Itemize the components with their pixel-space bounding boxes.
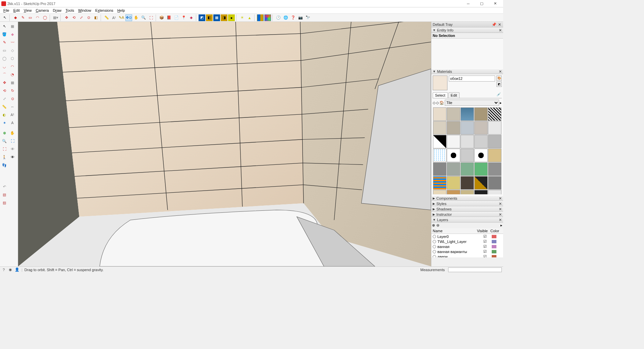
material-swatch[interactable] (488, 149, 501, 162)
layer-radio[interactable] (433, 235, 436, 238)
help-icon[interactable]: ❓ (290, 14, 297, 21)
view4-icon[interactable]: ◨ (221, 14, 227, 21)
rect-tool-icon[interactable]: ▭ (27, 14, 34, 21)
material-swatch[interactable] (433, 190, 446, 194)
menu-file[interactable]: File (1, 8, 11, 13)
material-swatch[interactable] (488, 190, 501, 194)
panel-entity-info[interactable]: ▼ Entity Info ✕ (431, 28, 503, 33)
layer-color-swatch[interactable] (492, 235, 496, 238)
3dtext-icon[interactable]: A (9, 119, 16, 127)
eyedropper-icon[interactable]: 💉 (496, 92, 502, 98)
material-swatch[interactable] (433, 149, 446, 162)
library-menu-icon[interactable]: ▸ (500, 101, 502, 105)
material-swatch[interactable] (474, 121, 488, 135)
undo-icon[interactable]: ↶ (1, 183, 8, 190)
layer-color-swatch[interactable] (492, 245, 496, 248)
lookaround-icon[interactable]: 👁 (9, 153, 16, 161)
pushpull-icon[interactable]: ▦▾ (52, 14, 59, 21)
tab-edit[interactable]: Edit (448, 92, 460, 98)
home-icon[interactable]: 🏠 (439, 101, 444, 105)
remove-layer-icon[interactable]: ⊖ (436, 223, 439, 228)
add-layer-icon[interactable]: ⊕ (432, 223, 435, 228)
prev-icon[interactable]: 👁 (9, 145, 16, 153)
globe-icon[interactable]: 🌐 (282, 14, 289, 21)
offset-icon[interactable]: ⊙ (85, 14, 92, 21)
zoomext-icon[interactable]: ⛶ (1, 145, 8, 153)
panel-close-icon[interactable]: ✕ (499, 212, 502, 217)
panel-close-icon[interactable]: ✕ (499, 28, 502, 33)
nav-fwd-icon[interactable]: ◇ (436, 101, 439, 105)
section-icon[interactable] (9, 161, 16, 169)
layer-visible-checkbox[interactable]: ☑ (478, 234, 492, 239)
view1-icon[interactable]: ◩ (199, 14, 205, 21)
zoomwin-icon[interactable]: ⛶ (9, 137, 16, 145)
zoom-extents-icon[interactable]: ⛶ (148, 14, 154, 21)
panel-close-icon[interactable]: ✕ (499, 202, 502, 206)
layer-color-swatch[interactable] (492, 255, 496, 258)
circle-icon[interactable]: ◯ (1, 55, 8, 62)
layer-color-swatch[interactable] (492, 240, 496, 243)
panel-styles[interactable]: ▶Styles✕ (431, 201, 503, 206)
rotate-icon[interactable]: ⟲ (70, 14, 77, 21)
menu-draw[interactable]: Draw (51, 8, 64, 13)
pencil-icon[interactable]: ✎ (1, 39, 8, 46)
gem-icon[interactable]: ◈ (188, 14, 195, 21)
menu-tools[interactable]: Tools (63, 8, 76, 13)
material-swatch[interactable] (447, 121, 460, 135)
layers-menu-icon[interactable]: ▸ (500, 223, 502, 228)
axes-icon[interactable]: ✶ (1, 119, 8, 127)
panel-close-icon[interactable]: ✕ (499, 196, 502, 201)
material-swatch[interactable] (461, 135, 474, 148)
material-swatch[interactable] (433, 162, 446, 176)
tape2-icon[interactable]: 📏 (1, 103, 8, 110)
lamp-icon[interactable]: ▲ (246, 14, 253, 21)
material-swatch[interactable] (474, 190, 488, 194)
material-swatch[interactable] (488, 176, 501, 190)
layer-visible-checkbox[interactable]: ☑ (478, 249, 492, 254)
material-swatch[interactable] (447, 107, 460, 121)
pin-icon[interactable]: 📌 (492, 22, 496, 27)
ew-icon[interactable]: 📕 (166, 14, 172, 21)
layer-row[interactable]: двери☑ (431, 254, 503, 257)
geo-status-icon[interactable]: ◉ (8, 267, 13, 272)
material-swatch[interactable] (433, 135, 446, 148)
camera-icon[interactable]: 📷 (297, 14, 304, 21)
material-swatch[interactable] (488, 107, 501, 121)
palette2-icon[interactable] (264, 14, 271, 21)
layer-row[interactable]: TWL_Light_Layer☑ (431, 239, 503, 244)
default-material-icon[interactable]: ◩ (496, 82, 502, 87)
layer-color-swatch[interactable] (492, 250, 496, 253)
panel-instructor[interactable]: ▶Instructor✕ (431, 212, 503, 217)
material-swatch[interactable] (461, 121, 474, 135)
polygon-icon[interactable]: ⬡ (9, 55, 16, 62)
measurements-input[interactable] (448, 267, 502, 272)
material-swatch[interactable] (488, 135, 501, 148)
panel-components[interactable]: ▶Components✕ (431, 196, 503, 201)
material-swatch[interactable] (488, 121, 501, 135)
maximize-button[interactable]: ▢ (475, 0, 488, 7)
material-swatch[interactable] (447, 135, 460, 148)
clock-icon[interactable]: 🕐 (275, 14, 282, 21)
help-status-icon[interactable]: ? (1, 267, 6, 272)
menu-extensions[interactable]: Extensions (93, 8, 115, 13)
rotate2-icon[interactable]: ⟲ (1, 87, 8, 94)
panel-layers[interactable]: ▼Layers✕ (431, 217, 503, 222)
material-swatch[interactable] (433, 107, 446, 121)
layout-icon[interactable]: 📄 (173, 14, 180, 21)
material-swatch[interactable] (447, 190, 460, 194)
material-library-select[interactable]: Tile (445, 100, 499, 106)
view5-icon[interactable]: ● (228, 14, 235, 21)
select-icon[interactable]: ↖ (1, 22, 8, 30)
material-swatch[interactable] (474, 176, 488, 190)
material-swatch[interactable] (461, 190, 474, 194)
eraser2-icon[interactable]: ◆ (9, 31, 16, 38)
menu-camera[interactable]: Camera (34, 8, 51, 13)
sun-icon[interactable]: ☀ (239, 14, 246, 21)
panel-close-icon[interactable]: ✕ (499, 218, 502, 222)
arc3-icon[interactable]: ⌒ (1, 71, 8, 78)
layer-radio[interactable] (433, 255, 436, 258)
pushpull2-icon[interactable]: ▦ (9, 79, 16, 86)
panel-materials[interactable]: ▼ Materials ✕ (431, 69, 503, 74)
followme-icon[interactable]: ◧ (93, 14, 99, 21)
material-swatch[interactable] (488, 162, 501, 176)
